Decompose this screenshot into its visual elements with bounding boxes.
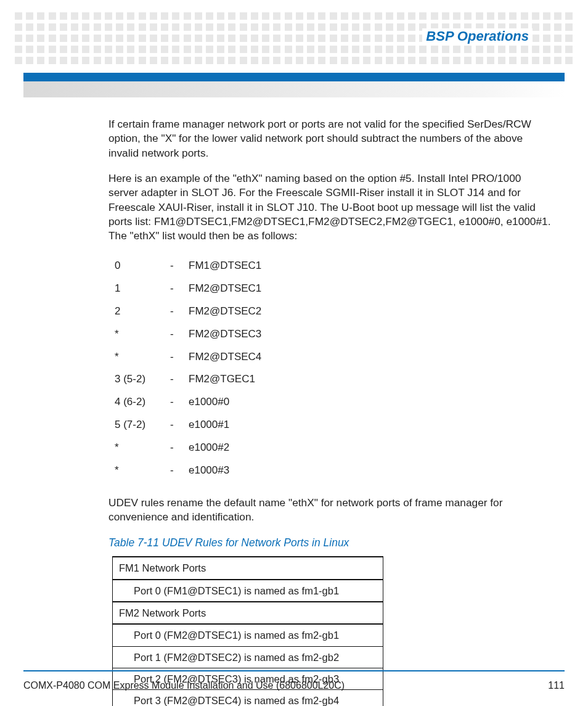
ethx-index: 5 (7-2): [115, 418, 170, 432]
dash: -: [170, 305, 189, 319]
dash: -: [170, 282, 189, 296]
table-row: FM2 Network Ports: [113, 602, 383, 624]
ethx-mapping-row: 1-FM2@DTSEC1: [115, 277, 551, 300]
paragraph: If certain frame manager network port or…: [108, 117, 551, 160]
udev-group-header: FM2 Network Ports: [113, 602, 383, 624]
dash: -: [170, 259, 189, 273]
ethx-index: 4 (6-2): [115, 395, 170, 409]
ethx-index: *: [115, 441, 170, 455]
udev-port-entry: Port 0 (FM2@DTSEC1) is named as fm2-gb1: [113, 624, 383, 646]
table-row: Port 0 (FM1@DTSEC1) is named as fm1-gb1: [113, 580, 383, 602]
paragraph: UDEV rules rename the default name "ethX…: [108, 496, 551, 525]
ethx-index: 0: [115, 259, 170, 273]
running-header-title: BSP Operations: [422, 28, 533, 44]
ethx-mapping-row: *-FM2@DTSEC3: [115, 323, 551, 346]
ethx-mapping-row: 2-FM2@DTSEC2: [115, 300, 551, 323]
ethx-port: FM2@DTSEC4: [189, 350, 551, 364]
udev-port-entry: Port 0 (FM1@DTSEC1) is named as fm1-gb1: [113, 580, 383, 602]
ethx-port: e1000#2: [189, 441, 551, 455]
ethx-port: FM2@DTSEC3: [189, 327, 551, 342]
header-rule-gray: [23, 81, 565, 97]
ethx-mapping-row: *-FM2@DTSEC4: [115, 346, 551, 369]
ethx-index: *: [115, 327, 170, 342]
ethx-mapping-list: 0-FM1@DTSEC11-FM2@DTSEC12-FM2@DTSEC2 *-F…: [115, 255, 551, 482]
paragraph: Here is an example of the "ethX" naming …: [108, 171, 551, 244]
ethx-mapping-row: 0-FM1@DTSEC1: [115, 255, 551, 277]
dash: -: [170, 418, 189, 432]
footer-rule: [23, 670, 565, 671]
ethx-mapping-row: *-e1000#3: [115, 459, 551, 482]
footer-page-number: 111: [548, 680, 565, 691]
ethx-port: e1000#1: [189, 418, 551, 432]
ethx-port: FM2@TGEC1: [189, 372, 551, 387]
ethx-mapping-row: *-e1000#2: [115, 437, 551, 459]
udev-group-header: FM1 Network Ports: [113, 557, 383, 579]
page-body: If certain frame manager network port or…: [108, 117, 551, 706]
udev-port-entry: Port 1 (FM2@DTSEC2) is named as fm2-gb2: [113, 646, 383, 668]
dash: -: [170, 372, 189, 387]
ethx-mapping-row: 5 (7-2)-e1000#1: [115, 414, 551, 437]
ethx-index: *: [115, 464, 170, 478]
ethx-port: e1000#0: [189, 395, 551, 409]
dash: -: [170, 441, 189, 455]
dash: -: [170, 350, 189, 364]
ethx-port: FM2@DTSEC2: [189, 305, 551, 319]
ethx-index: 2: [115, 305, 170, 319]
footer-doc-title: COMX-P4080 COM Express Module Installati…: [23, 680, 345, 691]
header-rule-blue: [23, 73, 565, 81]
ethx-index: *: [115, 350, 170, 364]
ethx-port: e1000#3: [189, 464, 551, 478]
udev-port-entry: Port 3 (FM2@DTSEC4) is named as fm2-gb4: [113, 690, 383, 706]
ethx-port: FM1@DTSEC1: [189, 259, 551, 273]
table-row: Port 0 (FM2@DTSEC1) is named as fm2-gb1: [113, 624, 383, 646]
ethx-mapping-row: 3 (5-2)-FM2@TGEC1: [115, 368, 551, 391]
dash: -: [170, 464, 189, 478]
dash: -: [170, 327, 189, 342]
table-row: Port 3 (FM2@DTSEC4) is named as fm2-gb4: [113, 690, 383, 706]
table-row: FM1 Network Ports: [113, 557, 383, 579]
ethx-index: 1: [115, 282, 170, 296]
table-caption: Table 7-11 UDEV Rules for Network Ports …: [108, 536, 551, 551]
dash: -: [170, 395, 189, 409]
table-row: Port 1 (FM2@DTSEC2) is named as fm2-gb2: [113, 646, 383, 668]
ethx-mapping-row: 4 (6-2)-e1000#0: [115, 391, 551, 414]
ethx-port: FM2@DTSEC1: [189, 282, 551, 296]
ethx-index: 3 (5-2): [115, 372, 170, 387]
